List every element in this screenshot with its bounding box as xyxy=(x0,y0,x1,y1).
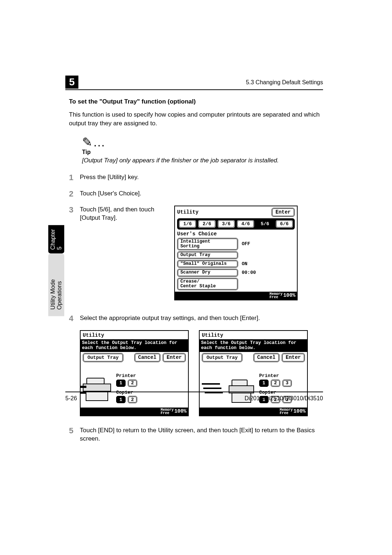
step-number: 4 xyxy=(69,314,80,323)
enter-button[interactable]: Enter xyxy=(282,353,305,362)
step-1: 1 Press the [Utility] key. xyxy=(69,173,323,182)
step-3: 3 Touch [5/6], and then touch [Output Tr… xyxy=(69,206,323,300)
tab-2-6[interactable]: 2/6 xyxy=(198,220,216,228)
printer-num-3[interactable]: 3 xyxy=(282,380,292,387)
step-text: Touch [User's Choice]. xyxy=(80,190,323,198)
tab-4-6[interactable]: 4/6 xyxy=(237,220,254,228)
lcd-instruction-bar: Select the Output Tray location for each… xyxy=(200,339,307,352)
step-number: 2 xyxy=(69,190,80,198)
enter-button[interactable]: Enter xyxy=(271,208,295,217)
tip-icon: ✎… xyxy=(82,136,323,148)
step-text: Press the [Utility] key. xyxy=(80,173,323,182)
footer-rule xyxy=(65,392,323,392)
printer-num-2[interactable]: 2 xyxy=(128,380,137,387)
memory-bar: Memory Free100% xyxy=(81,408,188,416)
opt-value: 00:00 xyxy=(242,270,256,276)
opt-small-originals[interactable]: "Small" Originals xyxy=(177,260,238,268)
output-tray-chip[interactable]: Output Tray xyxy=(202,353,242,362)
opt-crease-center-staple[interactable]: Crease/ Center Staple xyxy=(177,278,238,290)
tab-3-6[interactable]: 3/6 xyxy=(217,220,235,228)
step-text: Select the appropriate output tray setti… xyxy=(80,314,323,323)
memory-bar: Memory Free100% xyxy=(175,292,297,300)
lcd-title: Utility xyxy=(177,209,199,215)
page-number: 5-26 xyxy=(65,395,77,402)
opt-value: OFF xyxy=(242,241,250,247)
printer-num-2[interactable]: 2 xyxy=(271,380,280,387)
step-2: 2 Touch [User's Choice]. xyxy=(69,190,323,198)
tab-5-6[interactable]: 5/6 xyxy=(256,220,274,228)
printer-label: Printer xyxy=(116,373,137,379)
tab-6-6[interactable]: 6/6 xyxy=(275,220,293,228)
tray-stack-icon xyxy=(202,383,224,396)
lcd-panel-output-tray-3: Utility Select the Output Tray location … xyxy=(199,330,308,416)
lcd-panel-output-tray-2: Utility Select the Output Tray location … xyxy=(80,330,189,416)
lcd-panel-utility: Utility Enter 1/6 2/6 3/6 4/6 5/6 6/6 Us… xyxy=(174,206,298,300)
tip-block: ✎… Tip [Output Tray] only appears if the… xyxy=(82,136,323,165)
step-number: 5 xyxy=(69,426,80,435)
step-number: 3 xyxy=(69,206,80,214)
lcd-instruction-bar: Select the Output Tray location for each… xyxy=(81,339,188,352)
copier-label: Copier xyxy=(116,390,137,396)
tip-label: Tip xyxy=(82,149,323,155)
cancel-button[interactable]: Cancel xyxy=(253,353,279,362)
cancel-button[interactable]: Cancel xyxy=(134,353,160,362)
step-text: Touch [END] to return to the Utility scr… xyxy=(80,426,323,443)
footer: 5-26 Di2010/Di2510/Di3010/Di3510 xyxy=(65,395,323,402)
opt-output-tray[interactable]: Output Tray xyxy=(177,251,238,259)
step-text: Touch [5/6], and then touch [Output Tray… xyxy=(80,206,160,222)
step-number: 1 xyxy=(69,173,80,182)
enter-button[interactable]: Enter xyxy=(163,353,186,362)
printer-num-1[interactable]: 1 xyxy=(116,380,126,387)
lcd-title: Utility xyxy=(83,332,186,339)
opt-intelligent-sorting[interactable]: Intelligent Sorting xyxy=(177,238,238,250)
printer-label: Printer xyxy=(259,373,292,379)
output-tray-chip[interactable]: Output Tray xyxy=(83,353,123,362)
memory-bar: Memory Free100% xyxy=(200,408,307,416)
tip-text: [Output Tray] only appears if the finish… xyxy=(82,156,323,165)
step-4: 4 Select the appropriate output tray set… xyxy=(69,314,323,323)
lcd-tabs: 1/6 2/6 3/6 4/6 5/6 6/6 xyxy=(177,218,295,230)
copier-label: Copier xyxy=(259,390,292,396)
step-5: 5 Touch [END] to return to the Utility s… xyxy=(69,426,323,443)
users-choice-label: User's Choice xyxy=(177,231,295,237)
heading: To set the "Output Tray" function (optio… xyxy=(69,98,323,105)
lcd-title: Utility xyxy=(202,332,305,339)
model-number: Di2010/Di2510/Di3010/Di3510 xyxy=(245,395,323,402)
opt-scanner-dry[interactable]: Scanner Dry xyxy=(177,269,238,276)
opt-value: ON xyxy=(242,261,248,267)
printer-num-1[interactable]: 1 xyxy=(259,380,269,387)
tab-1-6[interactable]: 1/6 xyxy=(179,220,196,228)
intro-paragraph: This function is used to specify how cop… xyxy=(69,110,323,128)
